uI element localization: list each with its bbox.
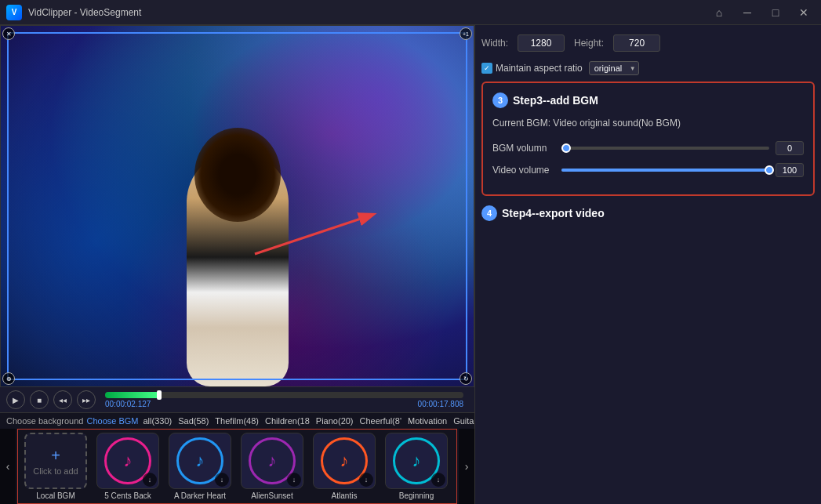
step3-title-text: Step3--add BGM xyxy=(513,94,598,107)
bgm-name-1: A Darker Heart xyxy=(165,491,234,500)
stop-button[interactable]: ■ xyxy=(30,390,49,409)
bgm-item-1[interactable]: ♪ ↓ A Darker Heart xyxy=(165,433,234,500)
width-input[interactable] xyxy=(518,34,565,52)
bgm-item-0[interactable]: ♪ ↓ 5 Cents Back xyxy=(93,433,162,500)
bgm-thumb-3[interactable]: ♪ ↓ xyxy=(313,433,376,489)
bgm-thumb-0[interactable]: ♪ ↓ xyxy=(96,433,159,489)
bgm-cat-cheerful[interactable]: Cheerful(8' xyxy=(358,416,403,426)
step4-number: 4 xyxy=(481,205,497,221)
step4-title-text: Step4--export video xyxy=(502,207,605,219)
bgm-next-button[interactable]: › xyxy=(459,429,474,504)
bgm-add-label: Click to add xyxy=(33,466,78,476)
video-vol-thumb[interactable] xyxy=(765,165,774,175)
current-time: 00:00:02.127 xyxy=(105,400,151,408)
current-bgm-row: Current BGM: Video original sound(No BGM… xyxy=(492,118,804,129)
bgm-list: + Click to add Local BGM ♪ ↓ 5 Cents Bac… xyxy=(17,429,457,504)
person-hair xyxy=(194,128,281,222)
spacer xyxy=(481,230,815,498)
app-logo: V xyxy=(6,5,22,20)
current-bgm-value: Video original sound(No BGM) xyxy=(553,118,681,129)
bgm-volume-row: BGM volumn xyxy=(492,141,804,155)
bgm-item-2[interactable]: ♪ ↓ AlienSunset xyxy=(238,433,307,500)
bgm-categories: Choose background Choose BGM all(330) Sa… xyxy=(0,413,474,429)
forward-button[interactable]: ▸▸ xyxy=(77,390,96,409)
bgm-download-4[interactable]: ↓ xyxy=(431,473,445,487)
bgm-vol-thumb[interactable] xyxy=(561,143,571,153)
maximize-button[interactable]: □ xyxy=(765,5,786,20)
bgm-cat-guitar[interactable]: Guitar(18) xyxy=(452,416,474,426)
bgm-name-4: Beginning xyxy=(382,491,451,500)
main-content: ✕ +1 ⊕ ↻ ▶ ■ ◂◂ xyxy=(0,25,821,504)
step3-number: 3 xyxy=(492,92,508,108)
video-vol-track[interactable] xyxy=(561,169,769,172)
window-controls: ⌂ ─ □ ✕ xyxy=(708,5,815,20)
aspect-label: Maintain aspect ratio xyxy=(496,63,583,74)
bgm-name-2: AlienSunset xyxy=(238,491,307,500)
minimize-button[interactable]: ─ xyxy=(736,5,758,20)
timeline-bar[interactable] xyxy=(105,392,463,398)
rewind-button[interactable]: ◂◂ xyxy=(53,390,72,409)
dimensions-row: Width: Height: xyxy=(481,31,815,55)
left-panel: ✕ +1 ⊕ ↻ ▶ ■ ◂◂ xyxy=(0,25,474,504)
bgm-cat-sad[interactable]: Sad(58) xyxy=(176,416,210,426)
bgm-vol-value[interactable] xyxy=(776,141,804,155)
home-button[interactable]: ⌂ xyxy=(708,5,730,20)
bgm-thumb-1[interactable]: ♪ ↓ xyxy=(169,433,231,489)
bgm-name-5: Cold Morning xyxy=(454,491,457,500)
bgm-cat-children[interactable]: Children(18 xyxy=(263,416,311,426)
time-display: 00:00:02.127 00:00:17.808 xyxy=(105,400,463,408)
bgm-choose-background-label: Choose background xyxy=(6,416,83,426)
bgm-list-container: ‹ + Click to add Local BGM ♪ xyxy=(0,429,474,504)
aspect-checkbox[interactable]: ✓ xyxy=(481,63,492,74)
video-vol-fill xyxy=(561,169,769,172)
bgm-name-0: 5 Cents Back xyxy=(93,491,162,500)
bgm-vol-track[interactable] xyxy=(561,147,769,150)
height-input[interactable] xyxy=(613,34,660,52)
video-volume-row: Video volume xyxy=(492,163,804,177)
video-background xyxy=(1,26,474,386)
video-controls: ▶ ■ ◂◂ ▸▸ 00:00:02.127 00:00:17.808 xyxy=(0,387,474,412)
step3-title: 3 Step3--add BGM xyxy=(492,92,804,108)
video-preview: ✕ +1 ⊕ ↻ xyxy=(0,25,474,387)
right-panel: Width: Height: ✓ Maintain aspect ratio o… xyxy=(474,25,821,504)
bgm-download-1[interactable]: ↓ xyxy=(215,473,229,487)
current-bgm-label: Current BGM: xyxy=(492,118,550,129)
bgm-local-item[interactable]: + Click to add Local BGM xyxy=(21,433,90,500)
aspect-row: ✓ Maintain aspect ratio original 16:9 4:… xyxy=(481,61,815,75)
bgm-cat-thefilm[interactable]: Thefilm(48) xyxy=(213,416,260,426)
step4-row: 4 Step4--export video xyxy=(481,202,815,224)
add-plus-icon: + xyxy=(51,447,60,465)
bgm-thumb-2[interactable]: ♪ ↓ xyxy=(241,433,303,489)
step3-box: 3 Step3--add BGM Current BGM: Video orig… xyxy=(481,82,815,196)
bgm-download-3[interactable]: ↓ xyxy=(359,473,373,487)
video-subject xyxy=(151,136,324,386)
aspect-checkbox-label[interactable]: ✓ Maintain aspect ratio xyxy=(481,63,583,74)
play-button[interactable]: ▶ xyxy=(6,390,25,409)
timeline-progress xyxy=(105,392,159,398)
bgm-cat-motivation[interactable]: Motivation xyxy=(406,416,449,426)
bgm-item-4[interactable]: ♪ ↓ Beginning xyxy=(382,433,451,500)
timeline-handle[interactable] xyxy=(157,390,162,400)
app-title: VidClipper - VideoSegment xyxy=(28,7,708,18)
bgm-cat-all[interactable]: all(330) xyxy=(142,416,174,426)
bgm-thumb-4[interactable]: ♪ ↓ xyxy=(385,433,448,489)
aspect-select[interactable]: original 16:9 4:3 1:1 xyxy=(589,61,639,75)
bgm-local-label: Local BGM xyxy=(21,491,90,500)
titlebar: V VidClipper - VideoSegment ⌂ ─ □ ✕ xyxy=(0,0,821,25)
bgm-name-3: Atlantis xyxy=(310,491,379,500)
bgm-download-2[interactable]: ↓ xyxy=(287,473,301,487)
bgm-item-5[interactable]: ♪ ↓ Cold Morning xyxy=(454,433,457,500)
video-vol-label: Video volume xyxy=(492,165,555,176)
bgm-selector: Choose background Choose BGM all(330) Sa… xyxy=(0,412,474,504)
bgm-add-button[interactable]: + Click to add xyxy=(24,433,87,489)
height-label: Height: xyxy=(574,38,604,49)
bgm-vol-label: BGM volumn xyxy=(492,143,555,154)
close-button[interactable]: ✕ xyxy=(793,5,815,20)
bgm-download-0[interactable]: ↓ xyxy=(143,473,157,487)
bgm-cat-piano[interactable]: Piano(20) xyxy=(314,416,355,426)
bgm-prev-button[interactable]: ‹ xyxy=(0,429,16,504)
bgm-choose-link[interactable]: Choose BGM xyxy=(86,416,138,426)
total-time: 00:00:17.808 xyxy=(418,400,463,408)
video-vol-value[interactable] xyxy=(776,163,804,177)
bgm-item-3[interactable]: ♪ ↓ Atlantis xyxy=(310,433,379,500)
